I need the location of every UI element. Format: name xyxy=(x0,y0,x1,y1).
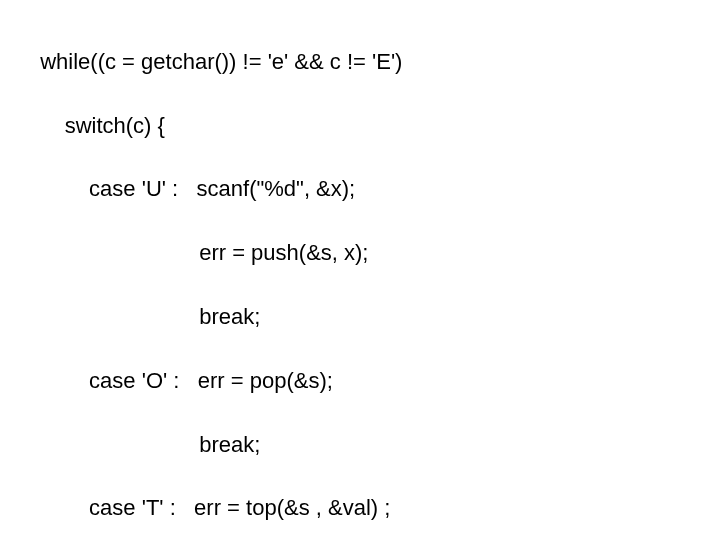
code-block: while((c = getchar()) != 'e' && c != 'E'… xyxy=(0,0,720,540)
code-line: case 'O' : err = pop(&s); xyxy=(28,365,720,397)
code-line: switch(c) { xyxy=(28,110,720,142)
code-line: break; xyxy=(28,429,720,461)
code-line: err = push(&s, x); xyxy=(28,237,720,269)
code-line: case 'T' : err = top(&s , &val) ; xyxy=(28,492,720,524)
code-line: break; xyxy=(28,301,720,333)
code-line: case 'U' : scanf("%d", &x); xyxy=(28,173,720,205)
code-line: while((c = getchar()) != 'e' && c != 'E'… xyxy=(28,46,720,78)
